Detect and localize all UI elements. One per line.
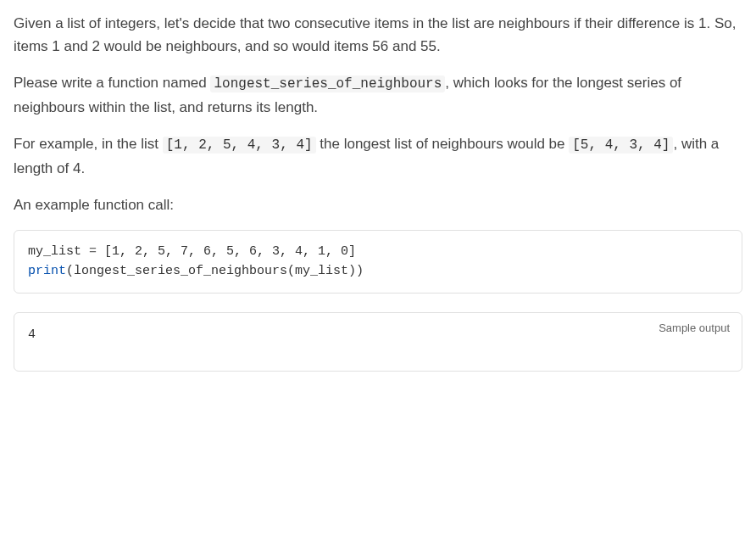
code-function-name: longest_series_of_neighbours <box>210 75 445 92</box>
sample-output-block: Sample output 4 <box>14 312 742 372</box>
code-list-example-1: [1, 2, 5, 4, 3, 4] <box>163 137 316 154</box>
sample-output-value: 4 <box>28 327 36 342</box>
code-print-keyword: print <box>28 264 66 278</box>
paragraph-example-desc: For example, in the list [1, 2, 5, 4, 3,… <box>14 132 742 180</box>
code-example-block: my_list = [1, 2, 5, 7, 6, 5, 6, 3, 4, 1,… <box>14 230 742 294</box>
code-list-example-2: [5, 4, 3, 4] <box>569 137 673 154</box>
code-op: = <box>81 244 104 259</box>
code-fn-call: longest_series_of_neighbours <box>74 264 287 278</box>
text-fragment: Please write a function named <box>14 75 210 91</box>
code-var: my_list <box>28 244 81 259</box>
code-args: (my_list)) <box>287 264 364 278</box>
paragraph-intro: Given a list of integers, let's decide t… <box>14 12 742 58</box>
code-list-literal: [1, 2, 5, 7, 6, 5, 6, 3, 4, 1, 0] <box>104 244 356 259</box>
sample-output-label: Sample output <box>659 320 730 338</box>
paragraph-example-call: An example function call: <box>14 193 742 216</box>
paragraph-task: Please write a function named longest_se… <box>14 71 742 119</box>
code-paren: ( <box>66 264 74 278</box>
text-fragment: the longest list of neighbours would be <box>316 136 570 152</box>
text-fragment: For example, in the list <box>14 136 163 152</box>
